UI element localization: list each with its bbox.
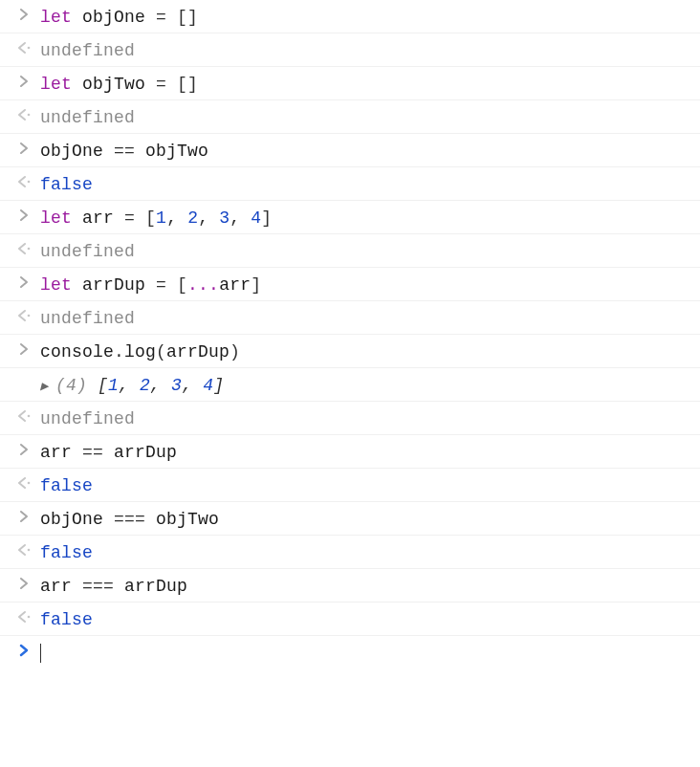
code-token: =	[156, 275, 166, 295]
code-token: ,	[198, 208, 208, 228]
log-marker-empty	[8, 374, 40, 376]
code-token	[208, 208, 219, 228]
input-prompt-icon	[8, 441, 40, 456]
code-token: objOne	[40, 510, 103, 529]
return-arrow-icon	[8, 106, 40, 121]
console-row-input: let objTwo = []	[0, 67, 700, 100]
console-return-value: false	[40, 541, 700, 562]
console-input-code: arr == arrDup	[40, 441, 700, 462]
code-token: false	[40, 543, 93, 562]
code-token: arr	[219, 275, 251, 295]
console-panel: let objOne = []undefinedlet objTwo = []u…	[0, 0, 700, 668]
return-arrow-icon	[8, 407, 40, 423]
code-token	[72, 8, 82, 27]
active-prompt-icon	[8, 642, 40, 657]
input-prompt-icon	[8, 6, 40, 21]
code-token	[135, 208, 145, 228]
console-row-input: objOne === objTwo	[0, 502, 700, 536]
code-token	[72, 275, 82, 295]
input-prompt-icon	[8, 575, 40, 590]
console-row-return: false	[0, 603, 700, 636]
console-input-code: objOne === objTwo	[40, 508, 700, 529]
code-token	[145, 75, 156, 94]
expand-triangle-icon[interactable]: ▶	[40, 378, 55, 394]
console-row-return: undefined	[0, 402, 700, 435]
code-token	[114, 208, 124, 228]
console-return-value: undefined	[40, 106, 700, 127]
input-prompt-icon	[8, 140, 40, 155]
code-token: []	[177, 8, 198, 27]
code-token	[166, 275, 177, 295]
console-row-return: undefined	[0, 301, 700, 335]
code-token	[145, 8, 156, 27]
code-token: ,	[230, 208, 240, 228]
code-token: 4	[251, 208, 261, 228]
console-row-return: undefined	[0, 100, 700, 134]
code-token	[72, 208, 82, 228]
console-row-active-input	[0, 636, 700, 668]
console-row-input: let arr = [1, 2, 3, 4]	[0, 201, 700, 234]
code-token: ===	[114, 510, 145, 529]
return-arrow-icon	[8, 39, 40, 55]
code-token	[166, 75, 177, 94]
console-log-output: ▶(4) [1, 2, 3, 4]	[40, 374, 700, 395]
code-token	[166, 8, 177, 27]
code-token: ,	[119, 376, 140, 395]
code-token: ==	[114, 142, 135, 161]
code-token: .	[114, 342, 124, 362]
console-input-code: let arrDup = [...arr]	[40, 274, 700, 295]
console-row-return: false	[0, 469, 700, 502]
console-return-value: undefined	[40, 307, 700, 328]
code-token: arr	[40, 443, 72, 462]
code-token: let	[40, 8, 72, 27]
return-arrow-icon	[8, 173, 40, 188]
input-prompt-icon	[8, 508, 40, 523]
code-token: false	[40, 476, 93, 495]
code-token: log	[124, 342, 156, 362]
code-token: (4)	[55, 376, 87, 395]
console-input-code: let arr = [1, 2, 3, 4]	[40, 207, 700, 228]
code-token	[103, 142, 114, 161]
code-token	[72, 443, 82, 462]
code-token: undefined	[40, 242, 135, 261]
code-token: console	[40, 342, 114, 362]
code-token: 3	[219, 208, 230, 228]
code-token: arrDup	[82, 275, 145, 295]
console-return-value: undefined	[40, 39, 700, 60]
console-row-log: ▶(4) [1, 2, 3, 4]	[0, 368, 700, 402]
console-input-code: let objOne = []	[40, 6, 700, 27]
input-prompt-icon	[8, 73, 40, 88]
console-active-input[interactable]	[40, 642, 700, 663]
svg-point-0	[28, 47, 31, 50]
console-row-input: arr == arrDup	[0, 435, 700, 469]
console-row-return: undefined	[0, 234, 700, 268]
code-token: arrDup	[114, 443, 177, 462]
code-token: ===	[82, 577, 114, 596]
code-token: ]	[251, 275, 261, 295]
code-token: ...	[187, 275, 219, 295]
console-input-code: console.log(arrDup)	[40, 340, 700, 362]
console-return-value: false	[40, 474, 700, 495]
svg-point-4	[28, 315, 31, 318]
return-arrow-icon	[8, 474, 40, 490]
code-token: =	[156, 75, 166, 94]
code-token: ==	[82, 443, 103, 462]
code-token: ]	[261, 208, 272, 228]
console-row-return: false	[0, 167, 700, 201]
code-token: objTwo	[145, 142, 208, 161]
code-token: objTwo	[156, 510, 219, 529]
svg-point-1	[28, 114, 31, 117]
code-token: let	[40, 208, 72, 228]
return-arrow-icon	[8, 307, 40, 322]
code-token: =	[124, 208, 135, 228]
code-token: objOne	[82, 8, 145, 27]
code-token	[145, 275, 156, 295]
console-return-value: undefined	[40, 240, 700, 261]
code-token: false	[40, 175, 93, 194]
code-token: arrDup	[166, 342, 230, 362]
return-arrow-icon	[8, 541, 40, 557]
svg-point-3	[28, 248, 31, 251]
code-token: arr	[40, 577, 72, 596]
input-prompt-icon	[8, 340, 40, 356]
code-token: ,	[150, 376, 171, 395]
